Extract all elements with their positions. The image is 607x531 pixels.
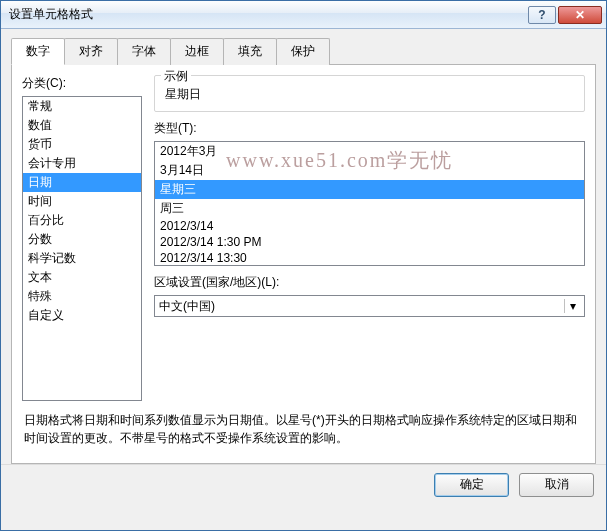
sample-legend: 示例 (161, 68, 191, 85)
type-listbox[interactable]: 2012年3月3月14日星期三周三2012/3/142012/3/14 1:30… (154, 141, 585, 266)
category-item[interactable]: 数值 (23, 116, 141, 135)
locale-label: 区域设置(国家/地区)(L): (154, 274, 585, 291)
type-item[interactable]: 2012年3月 (155, 142, 584, 161)
sample-value: 星期日 (163, 84, 576, 105)
dialog-footer: 确定 取消 (1, 464, 606, 504)
locale-value: 中文(中国) (159, 298, 215, 315)
close-button[interactable]: ✕ (558, 6, 602, 24)
category-item[interactable]: 分数 (23, 230, 141, 249)
dialog-title: 设置单元格格式 (9, 6, 528, 23)
tab-5[interactable]: 保护 (276, 38, 330, 65)
category-label: 分类(C): (22, 75, 142, 92)
category-item[interactable]: 日期 (23, 173, 141, 192)
type-item[interactable]: 2012/3/14 13:30 (155, 250, 584, 266)
format-cells-dialog: 设置单元格格式 ? ✕ 数字对齐字体边框填充保护 分类(C): 常规数值货币会计… (0, 0, 607, 531)
category-item[interactable]: 货币 (23, 135, 141, 154)
tab-panel-number: 分类(C): 常规数值货币会计专用日期时间百分比分数科学记数文本特殊自定义 ww… (11, 64, 596, 464)
type-item[interactable]: 2012/3/14 (155, 218, 584, 234)
ok-button[interactable]: 确定 (434, 473, 509, 497)
titlebar: 设置单元格格式 ? ✕ (1, 1, 606, 29)
description-text: 日期格式将日期和时间系列数值显示为日期值。以星号(*)开头的日期格式响应操作系统… (22, 411, 585, 453)
category-item[interactable]: 常规 (23, 97, 141, 116)
tab-0[interactable]: 数字 (11, 38, 65, 65)
help-icon: ? (538, 8, 545, 22)
category-item[interactable]: 会计专用 (23, 154, 141, 173)
tab-row: 数字对齐字体边框填充保护 (11, 38, 596, 65)
help-button[interactable]: ? (528, 6, 556, 24)
tabs-container: 数字对齐字体边框填充保护 分类(C): 常规数值货币会计专用日期时间百分比分数科… (1, 29, 606, 464)
type-item[interactable]: 3月14日 (155, 161, 584, 180)
tab-3[interactable]: 边框 (170, 38, 224, 65)
close-icon: ✕ (575, 8, 585, 22)
tab-1[interactable]: 对齐 (64, 38, 118, 65)
window-buttons: ? ✕ (528, 6, 602, 24)
chevron-down-icon: ▾ (564, 299, 580, 313)
category-item[interactable]: 百分比 (23, 211, 141, 230)
type-label: 类型(T): (154, 120, 585, 137)
category-item[interactable]: 科学记数 (23, 249, 141, 268)
tab-4[interactable]: 填充 (223, 38, 277, 65)
category-item[interactable]: 时间 (23, 192, 141, 211)
category-item[interactable]: 文本 (23, 268, 141, 287)
category-item[interactable]: 自定义 (23, 306, 141, 325)
cancel-button[interactable]: 取消 (519, 473, 594, 497)
category-listbox[interactable]: 常规数值货币会计专用日期时间百分比分数科学记数文本特殊自定义 (22, 96, 142, 401)
locale-select[interactable]: 中文(中国) ▾ (154, 295, 585, 317)
type-item[interactable]: 周三 (155, 199, 584, 218)
type-item[interactable]: 2012/3/14 1:30 PM (155, 234, 584, 250)
type-item[interactable]: 星期三 (155, 180, 584, 199)
category-item[interactable]: 特殊 (23, 287, 141, 306)
tab-2[interactable]: 字体 (117, 38, 171, 65)
sample-group: 示例 星期日 (154, 75, 585, 112)
